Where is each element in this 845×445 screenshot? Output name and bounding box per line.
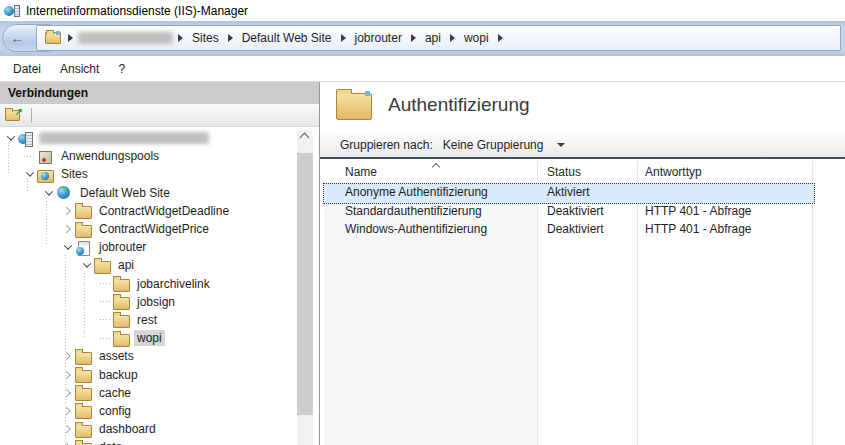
server-icon <box>18 131 35 146</box>
table-row[interactable]: StandardauthentifizierungDeaktiviertHTTP… <box>320 202 845 221</box>
tree-item-ContractWidgetPrice[interactable]: ContractWidgetPrice <box>0 220 297 238</box>
tree-item-cache[interactable]: cache <box>0 384 297 402</box>
tree-item-ContractWidgetDeadline[interactable]: ContractWidgetDeadline <box>0 202 297 220</box>
tree-item-data[interactable]: data <box>0 438 297 445</box>
toolbar-separator <box>31 108 32 123</box>
window-body: Verbindungen ↗ AnwendungspoolsSitesDefau… <box>0 81 845 445</box>
column-header-0[interactable]: Name <box>345 161 377 183</box>
chevron-collapsed-icon[interactable] <box>61 426 75 432</box>
tree-item-dashboard[interactable]: dashboard <box>0 420 297 438</box>
connections-tree: AnwendungspoolsSitesDefault Web SiteCont… <box>0 128 319 445</box>
breadcrumb-server-redacted[interactable] <box>78 32 173 44</box>
create-connection-icon[interactable]: ↗ <box>5 109 22 122</box>
menu-item-2[interactable]: ? <box>118 62 125 76</box>
tree-stub <box>99 301 113 302</box>
breadcrumb-separator-icon[interactable] <box>450 34 455 42</box>
sort-ascending-icon <box>432 163 440 171</box>
breadcrumb-item[interactable]: wopi <box>464 31 489 45</box>
breadcrumb-item[interactable]: jobrouter <box>355 31 402 45</box>
connections-panel: Verbindungen ↗ AnwendungspoolsSitesDefau… <box>0 82 320 445</box>
breadcrumb-separator-icon[interactable] <box>178 34 183 42</box>
chevron-collapsed-icon[interactable] <box>61 390 75 396</box>
breadcrumb-separator-icon[interactable] <box>498 34 503 42</box>
tree-item-wopi[interactable]: wopi <box>0 329 297 347</box>
menu-item-0[interactable]: Datei <box>13 62 41 76</box>
scrollbar-thumb[interactable] <box>297 153 313 415</box>
breadcrumb-separator-icon[interactable] <box>411 34 416 42</box>
chevron-expanded-icon[interactable] <box>4 135 18 141</box>
chevron-collapsed-icon[interactable] <box>61 372 75 378</box>
tree-item-label: Default Web Site <box>77 185 173 201</box>
folder-icon <box>75 403 92 418</box>
group-by-value: Keine Gruppierung <box>443 138 544 152</box>
tree-item-Anwendungspools[interactable]: Anwendungspools <box>0 147 297 165</box>
tree-item-label: config <box>96 403 134 419</box>
chevron-expanded-icon[interactable] <box>23 171 37 177</box>
column-header-2[interactable]: Antworttyp <box>645 161 702 183</box>
list-header: NameStatusAntworttyp <box>320 161 845 183</box>
chevron-expanded-icon[interactable] <box>80 262 94 268</box>
chevron-down-icon <box>557 143 565 147</box>
tree-item-api[interactable]: api <box>0 256 297 274</box>
cell-name: Standardauthentifizierung <box>345 202 482 221</box>
tree-item-jobarchivelink[interactable]: jobarchivelink <box>0 275 297 293</box>
window-title: Internetinformationsdienste (IIS)-Manage… <box>26 4 248 18</box>
scrollbar-up-icon[interactable] <box>300 133 310 143</box>
globe-icon <box>56 185 73 200</box>
cell-name: Windows-Authentifizierung <box>345 220 487 239</box>
tree-scrollbar[interactable] <box>297 130 313 445</box>
folder-icon <box>113 331 130 346</box>
folder-icon <box>75 367 92 382</box>
menu-bar: DateiAnsicht? <box>0 56 845 81</box>
feature-header: Authentifizierung <box>320 82 845 132</box>
tree-item-config[interactable]: config <box>0 402 297 420</box>
tree-item-backup[interactable]: backup <box>0 365 297 383</box>
page-title: Authentifizierung <box>388 94 530 116</box>
breadcrumb-bar[interactable]: SitesDefault Web Sitejobrouterapiwopi <box>36 25 841 51</box>
cell-status: Aktiviert <box>547 183 590 202</box>
tree-item-label: jobsign <box>134 294 178 310</box>
tree-stub <box>23 156 37 157</box>
tree-item-Sites[interactable]: Sites <box>0 165 297 183</box>
chevron-collapsed-icon[interactable] <box>61 408 75 414</box>
back-button[interactable]: ← <box>11 31 25 45</box>
folder-icon <box>113 294 130 309</box>
folder-icon <box>75 203 92 218</box>
table-row[interactable]: Windows-AuthentifizierungDeaktiviertHTTP… <box>320 220 845 239</box>
chevron-expanded-icon[interactable] <box>61 244 75 250</box>
breadcrumb-item[interactable]: Sites <box>192 31 219 45</box>
tree-item-jobrouter[interactable]: jobrouter <box>0 238 297 256</box>
chevron-expanded-icon[interactable] <box>42 190 56 196</box>
tree-item-label: data <box>96 439 125 445</box>
breadcrumb-item[interactable]: Default Web Site <box>242 31 332 45</box>
tree-item-Default Web Site[interactable]: Default Web Site <box>0 184 297 202</box>
chevron-collapsed-icon[interactable] <box>61 208 75 214</box>
column-header-1[interactable]: Status <box>547 161 581 183</box>
tree-item-jobsign[interactable]: jobsign <box>0 293 297 311</box>
tree-item-rest[interactable]: rest <box>0 311 297 329</box>
breadcrumb-item[interactable]: api <box>425 31 441 45</box>
chevron-collapsed-icon[interactable] <box>61 226 75 232</box>
folder-icon <box>113 312 130 327</box>
iis-app-icon <box>4 4 20 18</box>
app-icon <box>75 240 92 255</box>
breadcrumb-separator-icon[interactable] <box>228 34 233 42</box>
breadcrumb-separator-icon[interactable] <box>68 34 73 42</box>
authentication-feature-icon <box>336 93 372 120</box>
table-row[interactable]: Anonyme AuthentifizierungAktiviert <box>320 183 845 202</box>
folder-icon <box>75 422 92 437</box>
tree-item-label: ContractWidgetDeadline <box>96 203 232 219</box>
group-by-dropdown[interactable]: Keine Gruppierung <box>443 138 566 152</box>
connections-toolbar: ↗ <box>0 104 319 127</box>
server-name-redacted <box>39 132 209 144</box>
tree-item-label: dashboard <box>96 421 159 437</box>
menu-item-1[interactable]: Ansicht <box>60 62 99 76</box>
tree-item-assets[interactable]: assets <box>0 347 297 365</box>
cell-response_type: HTTP 401 - Abfrage <box>645 202 752 221</box>
group-by-label: Gruppieren nach: <box>340 138 433 152</box>
breadcrumb-separator-icon[interactable] <box>341 34 346 42</box>
chevron-collapsed-icon[interactable] <box>61 353 75 359</box>
tree-item-server[interactable] <box>0 129 297 147</box>
folder-icon <box>75 440 92 445</box>
apppools-icon <box>37 149 54 164</box>
